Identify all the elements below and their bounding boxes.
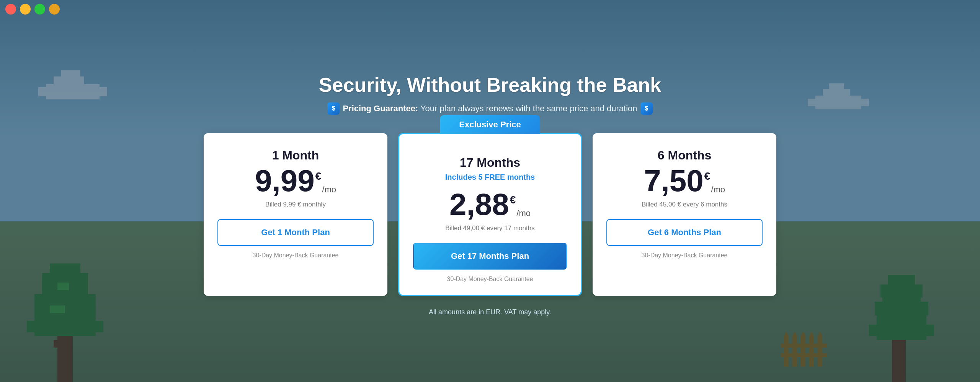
price-main-sixmonths: 7,50 xyxy=(644,166,704,196)
main-content: Security, Without Breaking the Bank $ Pr… xyxy=(0,0,980,382)
guarantee-sixmonths: 30-Day Money-Back Guarantee xyxy=(642,252,728,259)
price-currency-sixmonths: € xyxy=(704,170,710,182)
plan-subtitle-featured: Includes 5 FREE months xyxy=(445,173,535,182)
guarantee-featured: 30-Day Money-Back Guarantee xyxy=(447,276,533,283)
subtitle-content: Pricing Guarantee: Your plan always rene… xyxy=(343,104,637,114)
plan-title-monthly: 1 Month xyxy=(272,148,319,163)
page-title: Security, Without Breaking the Bank xyxy=(319,73,661,96)
guarantee-monthly: 30-Day Money-Back Guarantee xyxy=(253,252,339,259)
price-container-featured: 2,88 € /mo xyxy=(449,189,531,220)
billing-featured: Billed 49,00 € every 17 months xyxy=(445,224,534,232)
price-currency-featured: € xyxy=(510,194,516,206)
billing-sixmonths: Billed 45,00 € every 6 months xyxy=(642,201,727,208)
price-container-sixmonths: 7,50 € /mo xyxy=(644,166,725,196)
subtitle-prefix: Pricing Guarantee: xyxy=(343,104,418,113)
cta-button-featured[interactable]: Get 17 Months Plan xyxy=(413,243,567,270)
price-currency-monthly: € xyxy=(315,170,322,182)
plan-card-sixmonths: 6 Months 7,50 € /mo Billed 45,00 € every… xyxy=(593,133,776,296)
billing-monthly: Billed 9,99 € monthly xyxy=(265,201,326,208)
plan-title-featured: 17 Months xyxy=(460,156,520,170)
price-container-monthly: 9,99 € /mo xyxy=(255,166,336,196)
subtitle-text: Your plan always renews with the same pr… xyxy=(418,104,637,113)
price-period-sixmonths: /mo xyxy=(711,185,725,195)
footer-note: All amounts are in EUR. VAT may apply. xyxy=(429,308,551,316)
subtitle: $ Pricing Guarantee: Your plan always re… xyxy=(327,102,652,115)
dollar-badge-right: $ xyxy=(640,102,653,115)
cta-button-sixmonths[interactable]: Get 6 Months Plan xyxy=(606,219,763,246)
plan-card-monthly: 1 Month 9,99 € /mo Billed 9,99 € monthly… xyxy=(204,133,387,296)
pricing-cards: 1 Month 9,99 € /mo Billed 9,99 € monthly… xyxy=(204,133,776,296)
price-main-featured: 2,88 xyxy=(449,189,509,220)
price-period-featured: /mo xyxy=(516,208,531,218)
cta-button-monthly[interactable]: Get 1 Month Plan xyxy=(217,219,374,246)
plan-card-featured: Exclusive Price 17 Months Includes 5 FRE… xyxy=(398,133,582,296)
price-main-monthly: 9,99 xyxy=(255,166,315,196)
dollar-badge-left: $ xyxy=(327,102,340,115)
price-period-monthly: /mo xyxy=(322,185,336,195)
plan-title-sixmonths: 6 Months xyxy=(658,148,711,163)
featured-badge: Exclusive Price xyxy=(440,115,540,134)
